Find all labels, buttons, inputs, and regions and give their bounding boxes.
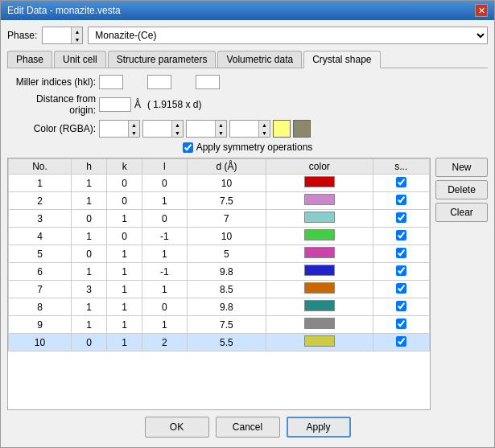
color-a-wrap: 128 ▲ ▼ [229,120,270,138]
color-b-wrap: 128 ▲ ▼ [186,120,227,138]
tab-phase[interactable]: Phase [7,51,52,68]
new-button[interactable]: New [435,158,488,177]
color-a-down[interactable]: ▼ [259,129,270,137]
phase-down-arrow[interactable]: ▼ [72,35,82,43]
distance-input[interactable]: 5.5 [99,97,131,112]
cell-color[interactable] [266,281,373,298]
cell-s[interactable] [373,228,429,245]
ok-button[interactable]: OK [145,417,209,438]
row-checkbox[interactable] [396,265,406,276]
cell-h: 1 [71,175,106,192]
row-checkbox[interactable] [396,195,406,205]
color-r-down[interactable]: ▼ [129,129,139,137]
color-g-input[interactable]: 255 [143,121,171,137]
color-a-up[interactable]: ▲ [259,121,270,129]
table-row[interactable]: 21017.5 [9,192,430,210]
miller-l-input[interactable]: 2 [196,75,220,89]
cell-color[interactable] [266,175,373,192]
phase-spinner[interactable]: 1 ▲ ▼ [42,27,83,44]
cell-s[interactable] [373,334,429,351]
color-spinners: 255 ▲ ▼ 255 ▲ ▼ 128 [99,120,311,138]
table-row[interactable]: 110010 [9,175,430,192]
phase-value-input[interactable]: 1 [43,27,71,43]
table-row[interactable]: 611-19.8 [9,263,430,281]
title-bar: Edit Data - monazite.vesta ✕ [1,1,494,20]
color-g-up[interactable]: ▲ [172,121,183,129]
table-row[interactable]: 50115 [9,245,430,263]
close-button[interactable]: ✕ [475,4,488,17]
row-checkbox[interactable] [396,283,406,294]
cell-h: 0 [71,210,106,228]
window-title: Edit Data - monazite.vesta [7,5,121,16]
color-preview-1[interactable] [273,120,291,138]
col-k: k [107,159,142,175]
cell-s[interactable] [373,245,429,263]
cell-s[interactable] [373,281,429,298]
cell-color[interactable] [266,298,373,316]
cell-s[interactable] [373,298,429,316]
row-checkbox[interactable] [396,177,406,187]
cell-s[interactable] [373,263,429,281]
table-row[interactable]: 30107 [9,210,430,228]
cell-s[interactable] [373,210,429,228]
distance-label: Distance from origin: [7,93,96,116]
table-row[interactable]: 410-110 [9,228,430,245]
tab-crystal-shape[interactable]: Crystal shape [303,51,380,68]
table-row[interactable]: 81109.8 [9,298,430,316]
cell-l: 1 [142,245,187,263]
symmetry-checkbox[interactable] [183,142,193,153]
color-b-down[interactable]: ▼ [216,129,226,137]
cell-s[interactable] [373,316,429,334]
cell-l: 0 [142,175,187,192]
tab-structure-parameters[interactable]: Structure parameters [108,51,217,68]
delete-button[interactable]: Delete [435,180,488,199]
cell-color[interactable] [266,263,373,281]
table-row[interactable]: 100125.5 [9,334,430,351]
row-checkbox[interactable] [396,319,406,329]
apply-button[interactable]: Apply [287,417,351,438]
cell-color[interactable] [266,245,373,263]
cell-l: 1 [142,192,187,210]
miller-h-input[interactable]: 0 [99,75,123,89]
cell-color[interactable] [266,334,373,351]
color-b-up[interactable]: ▲ [216,121,226,129]
cell-color[interactable] [266,228,373,245]
cell-no: 5 [9,245,72,263]
table-row[interactable]: 73118.5 [9,281,430,298]
miller-k-input[interactable]: 1 [147,75,171,89]
color-g-down[interactable]: ▼ [172,129,183,137]
cell-s[interactable] [373,175,429,192]
cell-no: 1 [9,175,72,192]
row-checkbox[interactable] [396,212,406,223]
crystal-table: No. h k l d (Å) color s... 11001021017.5… [8,158,430,351]
row-checkbox[interactable] [396,301,406,311]
color-b-input[interactable]: 128 [187,121,215,137]
cell-color[interactable] [266,316,373,334]
row-checkbox[interactable] [396,248,406,258]
tab-unit-cell[interactable]: Unit cell [54,51,106,68]
color-a-input[interactable]: 128 [230,121,258,137]
clear-button[interactable]: Clear [435,203,488,222]
cell-s[interactable] [373,192,429,210]
cell-color[interactable] [266,210,373,228]
cell-l: 2 [142,334,187,351]
color-label: Color (RGBA): [7,123,96,134]
phase-up-arrow[interactable]: ▲ [72,27,82,35]
cell-l: 1 [142,316,187,334]
bottom-buttons: OK Cancel Apply [7,410,488,441]
cell-k: 1 [107,263,142,281]
symmetry-label: Apply symmetry operations [196,142,313,153]
row-checkbox[interactable] [396,230,406,240]
cell-no: 10 [9,334,72,351]
color-r-up[interactable]: ▲ [129,121,139,129]
cancel-button[interactable]: Cancel [216,417,280,438]
cell-k: 0 [107,192,142,210]
table-row[interactable]: 91117.5 [9,316,430,334]
color-preview-2[interactable] [293,120,311,138]
symmetry-row: Apply symmetry operations [7,142,488,153]
tab-volumetric-data[interactable]: Volumetric data [217,51,302,68]
cell-color[interactable] [266,192,373,210]
color-r-input[interactable]: 255 [100,121,128,137]
row-checkbox[interactable] [396,336,406,347]
phase-dropdown[interactable]: Monazite-(Ce) [88,27,488,44]
